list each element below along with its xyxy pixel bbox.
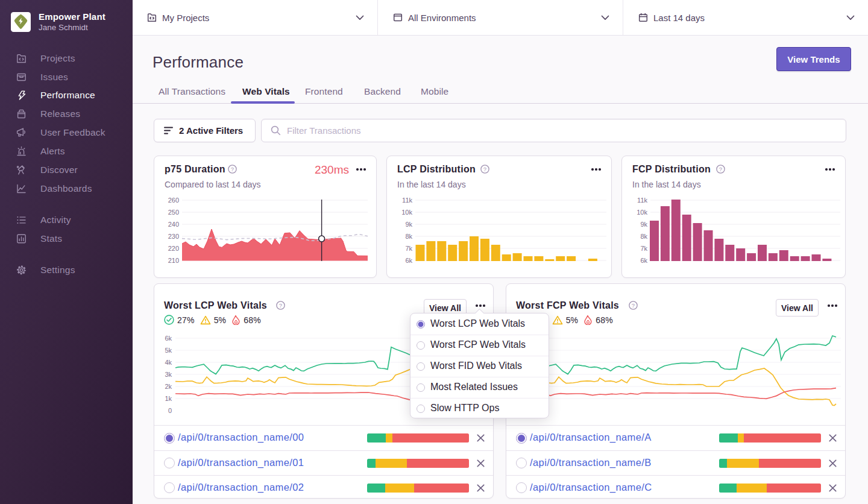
svg-text:11k: 11k — [637, 197, 647, 204]
svg-text:6k: 6k — [640, 257, 647, 264]
svg-text:8k: 8k — [640, 233, 647, 240]
svg-text:240: 240 — [168, 221, 179, 228]
svg-text:3k: 3k — [165, 371, 172, 378]
svg-text:10k: 10k — [401, 209, 412, 216]
svg-text:10k: 10k — [637, 209, 647, 216]
svg-text:6k: 6k — [405, 257, 412, 264]
svg-text:230: 230 — [168, 233, 179, 240]
svg-text:9k: 9k — [405, 221, 412, 228]
svg-text:260: 260 — [168, 197, 179, 204]
svg-text:2k: 2k — [165, 383, 172, 390]
svg-text:8k: 8k — [405, 233, 412, 240]
svg-text:250: 250 — [168, 209, 179, 216]
svg-text:4k: 4k — [165, 359, 172, 366]
svg-text:7k: 7k — [405, 245, 412, 252]
svg-text:0: 0 — [168, 407, 172, 414]
svg-text:1k: 1k — [165, 395, 172, 402]
svg-text:11k: 11k — [402, 197, 412, 204]
svg-text:220: 220 — [168, 245, 179, 252]
svg-text:210: 210 — [168, 257, 179, 264]
svg-text:9k: 9k — [640, 221, 647, 228]
svg-text:5k: 5k — [165, 347, 172, 354]
svg-text:6k: 6k — [165, 335, 172, 342]
svg-text:7k: 7k — [640, 245, 647, 252]
